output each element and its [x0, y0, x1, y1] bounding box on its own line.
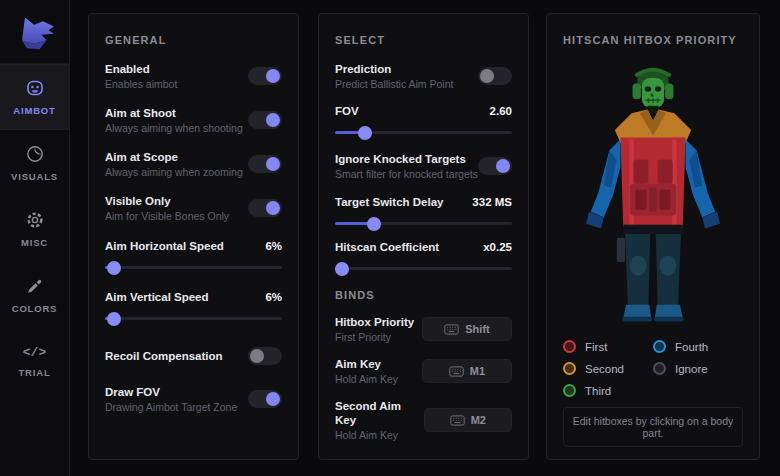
- setting-aim-horizontal-speed: Aim Horizontal Speed 6%: [105, 239, 282, 269]
- setting-aim-at-scope: Aim at Scope Always aiming when zooming: [105, 150, 282, 178]
- first-priority-swatch: [563, 340, 576, 353]
- second-aim-key-keybind-button[interactable]: M2: [424, 408, 512, 432]
- setting-label: Prediction: [335, 62, 453, 76]
- toggle-knob: [266, 201, 280, 215]
- setting-sublabel: Aim for Visible Bones Only: [105, 210, 229, 222]
- setting-aim-vertical-speed: Aim Vertical Speed 6%: [105, 290, 282, 320]
- draw-fov-toggle[interactable]: [248, 390, 282, 408]
- body-part-pelvis[interactable]: [623, 225, 682, 234]
- character-model: [563, 54, 743, 338]
- keyboard-icon: [449, 366, 464, 377]
- contrast-moon-icon: [25, 144, 45, 164]
- bind-label: Aim Key: [335, 357, 398, 371]
- binds-section-title: BINDS: [335, 289, 512, 301]
- bind-second-aim-key: Second Aim Key Hold Aim Key M2: [335, 399, 512, 441]
- aimbot-settings-window: AIMBOT VISUALS MISC COLOR: [0, 0, 780, 476]
- aim-horizontal-speed-slider[interactable]: [105, 266, 282, 269]
- enabled-toggle[interactable]: [248, 67, 282, 85]
- setting-aim-at-shoot: Aim at Shoot Always aiming when shooting: [105, 106, 282, 134]
- sidebar-item-label: COLORS: [12, 303, 57, 314]
- visible-only-toggle[interactable]: [248, 199, 282, 217]
- bind-hitbox-priority: Hitbox Priority First Priority Shift: [335, 315, 512, 343]
- legend-item-second[interactable]: Second: [563, 362, 653, 375]
- hitbox-legend: First Fourth Second Ignore Third: [563, 340, 743, 397]
- setting-target-switch-delay: Target Switch Delay 332 MS: [335, 195, 512, 225]
- sidebar-item-visuals[interactable]: VISUALS: [0, 130, 69, 196]
- toggle-knob: [250, 349, 264, 363]
- legend-label: First: [585, 341, 607, 353]
- setting-label: Target Switch Delay: [335, 195, 443, 209]
- bind-sublabel: Hold Aim Key: [335, 373, 398, 385]
- sidebar-nav: AIMBOT VISUALS MISC COLOR: [0, 64, 69, 394]
- aim-vertical-speed-slider[interactable]: [105, 317, 282, 320]
- slider-fill: [105, 266, 114, 269]
- ignore-knocked-toggle[interactable]: [478, 157, 512, 175]
- fov-slider[interactable]: [335, 131, 512, 134]
- sidebar-item-aimbot[interactable]: AIMBOT: [0, 64, 69, 130]
- setting-value: 6%: [265, 240, 282, 252]
- legend-item-ignore[interactable]: Ignore: [653, 362, 743, 375]
- sidebar-item-label: VISUALS: [11, 171, 58, 182]
- setting-sublabel: Always aiming when zooming: [105, 166, 243, 178]
- setting-hitscan-coefficient: Hitscan Coefficient x0.25: [335, 240, 512, 270]
- slider-thumb[interactable]: [107, 312, 121, 326]
- setting-label: Recoil Compensation: [105, 349, 223, 363]
- robot-face-icon: [25, 78, 45, 98]
- setting-sublabel: Enables aimbot: [105, 78, 177, 90]
- setting-sublabel: Predict Ballistic Aim Point: [335, 78, 453, 90]
- bind-label: Second Aim Key: [335, 399, 424, 427]
- body-part-torso[interactable]: [620, 137, 685, 227]
- bind-sublabel: Hold Aim Key: [335, 429, 424, 441]
- slider-thumb[interactable]: [335, 262, 349, 276]
- aim-key-keybind-button[interactable]: M1: [422, 359, 512, 383]
- body-part-head[interactable]: [633, 69, 674, 108]
- hitscan-coefficient-slider[interactable]: [335, 267, 512, 270]
- slider-thumb[interactable]: [358, 126, 372, 140]
- body-part-left-arm[interactable]: [586, 139, 620, 228]
- body-part-right-leg[interactable]: [656, 234, 681, 306]
- toggle-knob: [266, 157, 280, 171]
- hitbox-priority-keybind-button[interactable]: Shift: [422, 317, 512, 341]
- slider-fill: [105, 317, 114, 320]
- target-switch-delay-slider[interactable]: [335, 222, 512, 225]
- select-panel: SELECT Prediction Predict Ballistic Aim …: [318, 13, 529, 460]
- keyboard-icon: [450, 415, 465, 426]
- slider-fill: [335, 131, 365, 134]
- recoil-compensation-toggle[interactable]: [248, 347, 282, 365]
- sidebar-item-misc[interactable]: MISC: [0, 196, 69, 262]
- fourth-priority-swatch: [653, 340, 666, 353]
- brand-logo[interactable]: [0, 0, 69, 64]
- eyedropper-icon: [25, 276, 45, 296]
- legend-label: Third: [585, 385, 611, 397]
- body-part-feet[interactable]: [622, 305, 683, 322]
- sidebar-item-trial[interactable]: </> TRIAL: [0, 328, 69, 394]
- aim-at-shoot-toggle[interactable]: [248, 111, 282, 129]
- slider-fill: [335, 222, 374, 225]
- body-part-right-arm[interactable]: [686, 139, 720, 228]
- legend-item-third[interactable]: Third: [563, 384, 653, 397]
- legend-item-fourth[interactable]: Fourth: [653, 340, 743, 353]
- slider-thumb[interactable]: [107, 261, 121, 275]
- panel-title: HITSCAN HITBOX PRIORITY: [563, 34, 743, 46]
- third-priority-swatch: [563, 384, 576, 397]
- keybind-value: M1: [470, 365, 485, 377]
- sidebar-item-colors[interactable]: COLORS: [0, 262, 69, 328]
- setting-label: Aim at Shoot: [105, 106, 243, 120]
- setting-sublabel: Drawing Aimbot Target Zone: [105, 401, 237, 413]
- slider-thumb[interactable]: [367, 217, 381, 231]
- legend-item-first[interactable]: First: [563, 340, 653, 353]
- aim-at-scope-toggle[interactable]: [248, 155, 282, 173]
- sidebar-item-label: MISC: [21, 237, 48, 248]
- panel-title: SELECT: [335, 34, 512, 46]
- setting-label: Hitscan Coefficient: [335, 240, 439, 254]
- body-part-left-leg[interactable]: [625, 234, 650, 306]
- legend-label: Ignore: [675, 363, 708, 375]
- setting-recoil-compensation: Recoil Compensation: [105, 347, 282, 365]
- sidebar: AIMBOT VISUALS MISC COLOR: [0, 0, 70, 476]
- setting-label: Aim Horizontal Speed: [105, 239, 224, 253]
- sidebar-item-label: AIMBOT: [13, 105, 55, 116]
- setting-value: x0.25: [483, 241, 512, 253]
- prediction-toggle[interactable]: [478, 67, 512, 85]
- setting-draw-fov: Draw FOV Drawing Aimbot Target Zone: [105, 385, 282, 413]
- setting-label: Draw FOV: [105, 385, 237, 399]
